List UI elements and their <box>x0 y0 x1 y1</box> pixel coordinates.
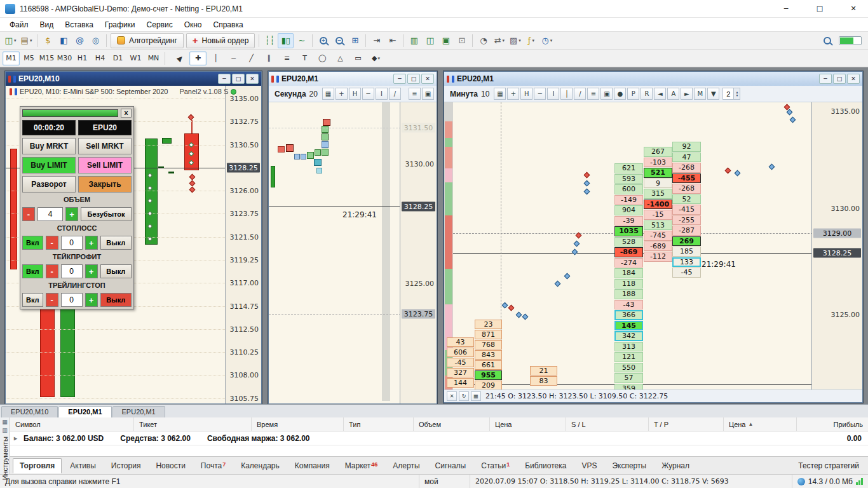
chart-tool-button[interactable]: H <box>349 88 361 100</box>
table-column-header[interactable]: Тикет <box>134 417 252 431</box>
table-column-header[interactable]: Цена <box>490 417 566 431</box>
chart-line-button[interactable]: ~ <box>294 33 309 48</box>
chart-window-title[interactable]: EPU20,M1 ─ □ ✕ <box>269 72 437 86</box>
timeframe-m1[interactable]: M1 <box>3 51 20 65</box>
window-maximize-button[interactable]: □ <box>833 74 846 84</box>
chart-tool-button[interactable]: ─ <box>534 88 546 100</box>
periods-button[interactable]: ◷▾ <box>539 33 555 48</box>
toolbox-tab[interactable]: Почта7 <box>194 458 233 473</box>
zoom-out-button[interactable]: − <box>331 33 347 48</box>
chart-tool-button[interactable]: + <box>336 88 348 100</box>
toolbox-tab[interactable]: Торговля <box>13 458 62 473</box>
chart-shift-button[interactable]: ⇤ <box>384 33 400 48</box>
panel-close-button[interactable]: X <box>121 109 132 118</box>
chart-tool-button[interactable]: ► <box>681 88 693 100</box>
tick-history-button[interactable]: ◔ <box>475 33 491 48</box>
table-column-header[interactable]: S / L <box>566 417 649 431</box>
collapse-icon[interactable]: ▸ <box>14 435 17 442</box>
toolbox-tab[interactable]: Библиотека <box>518 458 573 473</box>
window-minimize-button[interactable]: ─ <box>393 74 406 84</box>
window-close-button[interactable]: ✕ <box>421 74 434 84</box>
takeprofit-increase-button[interactable]: + <box>85 264 98 278</box>
chart-tool-button[interactable]: ≡ <box>587 88 599 100</box>
chart-tool-button[interactable]: ≡ <box>409 88 421 100</box>
timeframe-h4[interactable]: H4 <box>92 51 109 65</box>
table-column-header[interactable]: Цена▲ <box>724 417 797 431</box>
profiles-button[interactable]: ▤▾ <box>18 33 34 48</box>
window-close-button[interactable]: ✕ <box>847 74 860 84</box>
chart-canvas-middle[interactable]: 3131.503130.003128.253125.003123.7521:29… <box>269 102 437 403</box>
horizontal-line-tool[interactable]: ─ <box>225 51 242 65</box>
toolbox-tab[interactable]: Журнал <box>654 458 696 473</box>
signals-button[interactable]: ◎ <box>88 33 104 48</box>
toolbox-side-strip[interactable]: ▦ ▥ Инструменты <box>0 417 10 474</box>
data-window-button[interactable]: ◧ <box>56 33 72 48</box>
table-column-header[interactable]: T / P <box>649 417 724 431</box>
toolbox-tab[interactable]: Эксперты <box>605 458 653 473</box>
data-folder-button[interactable]: ◫ <box>422 33 438 48</box>
window-maximize-button[interactable]: □ <box>407 74 420 84</box>
vertical-line-tool[interactable]: │ <box>207 51 224 65</box>
auto-scroll-button[interactable]: ⇥ <box>369 33 384 48</box>
table-column-header[interactable]: Символ <box>10 417 134 431</box>
algo-trading-button[interactable]: Алготрейдинг <box>111 33 184 48</box>
ellipse-tool[interactable]: ◯ <box>314 51 331 65</box>
toolbox-tab[interactable]: Новости <box>149 458 192 473</box>
account-profile[interactable]: мой <box>419 475 470 488</box>
maximize-button[interactable]: □ <box>805 0 834 17</box>
table-column-header[interactable]: Прибыль <box>797 417 868 431</box>
timeframe-m30[interactable]: M30 <box>56 51 73 65</box>
takeprofit-on-button[interactable]: Вкл <box>22 264 43 278</box>
trailingstop-off-button[interactable]: Выкл <box>100 293 132 307</box>
table-column-header[interactable]: Объем <box>414 417 490 431</box>
chart-tool-button[interactable]: + <box>507 88 519 100</box>
toolbox-tab[interactable]: Активы <box>63 458 103 473</box>
cluster-size-spinner[interactable]: 2 ▲▼ <box>722 88 740 100</box>
window-close-button[interactable]: ✕ <box>246 74 259 84</box>
chart-tool-button[interactable]: R <box>641 88 653 100</box>
toolbox-tab[interactable]: Маркет46 <box>338 458 385 473</box>
toolbox-tab[interactable]: Компания <box>288 458 337 473</box>
zoom-in-button[interactable]: + <box>315 33 331 48</box>
indicators-button[interactable]: ƒ▾ <box>523 33 539 48</box>
chart-tab[interactable]: EPU20,M1 <box>112 406 165 417</box>
trailingstop-input[interactable] <box>61 293 83 307</box>
toolbox-tab[interactable]: Календарь <box>234 458 287 473</box>
window-maximize-button[interactable]: □ <box>232 74 245 84</box>
chart-tool-button[interactable]: I <box>376 88 388 100</box>
table-column-header[interactable]: Тип <box>344 417 414 431</box>
trendline-tool[interactable]: ╱ <box>243 51 260 65</box>
channel-tool[interactable]: ∥ <box>261 51 278 65</box>
chart-window-title[interactable]: EPU20,M1 ─ □ ✕ <box>444 72 862 86</box>
new-order-button[interactable]: + Новый ордер <box>186 33 255 48</box>
buy-market-button[interactable]: Buy MRKT <box>22 138 76 154</box>
chart-canvas-left[interactable]: EPU20, M10: E-Mini S&P 500: September 20… <box>6 86 261 403</box>
chart-tool-button[interactable]: │ <box>560 88 573 100</box>
triangle-tool[interactable]: △ <box>332 51 349 65</box>
trailingstop-on-button[interactable]: Вкл <box>22 293 43 307</box>
menu-item[interactable]: Окно <box>179 19 208 30</box>
shapes-dropdown[interactable]: ◆▾ <box>367 51 384 65</box>
strip-grid-button[interactable]: ▦ <box>471 391 481 401</box>
chart-tool-button[interactable]: ▣ <box>600 88 613 100</box>
market-watch-button[interactable]: $ <box>40 33 56 48</box>
stoploss-on-button[interactable]: Вкл <box>22 236 43 250</box>
table-column-header[interactable]: Время <box>252 417 344 431</box>
text-tool[interactable]: T <box>296 51 313 65</box>
strip-close-button[interactable]: ✕ <box>447 391 457 401</box>
minimize-button[interactable]: ─ <box>771 0 801 17</box>
toolbox-tab[interactable]: История <box>104 458 148 473</box>
trailingstop-decrease-button[interactable]: - <box>46 293 58 307</box>
heatmap-button[interactable]: ▨▾ <box>507 33 523 48</box>
chart-tab[interactable]: EPU20,M10 <box>1 406 58 417</box>
timeframe-m15[interactable]: M15 <box>38 51 55 65</box>
chart-tool-button[interactable]: ◄ <box>654 88 666 100</box>
stoploss-increase-button[interactable]: + <box>85 236 98 250</box>
chart-tool-button[interactable]: P <box>627 88 639 100</box>
stoploss-off-button[interactable]: Выкл <box>100 236 132 250</box>
chart-tool-button[interactable]: ▦ <box>322 88 334 100</box>
strategy-tester-label[interactable]: Тестер стратегий <box>798 461 868 470</box>
search-button[interactable] <box>819 33 835 48</box>
toolbox-tab[interactable]: VPS <box>574 458 604 473</box>
timeframe-w1[interactable]: W1 <box>127 51 144 65</box>
